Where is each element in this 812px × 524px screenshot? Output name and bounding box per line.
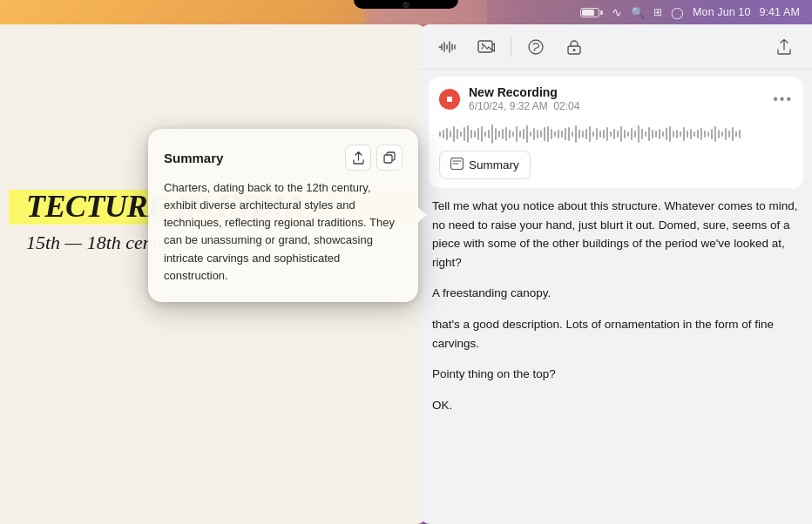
waveform-bar — [544, 127, 545, 141]
waveform-bar — [711, 129, 713, 139]
waveform-bar — [638, 125, 639, 143]
recording-title: New Recording — [469, 85, 764, 99]
waveform-bar — [453, 126, 455, 142]
waveform-bar — [676, 130, 678, 138]
waveform-bar — [732, 127, 734, 141]
waveform-bar — [467, 125, 469, 143]
waveform-bar — [725, 128, 727, 140]
waveform-bar — [519, 131, 521, 138]
waveform-bar — [620, 126, 622, 142]
summary-popup-title: Summary — [164, 151, 223, 165]
waveform-bar — [728, 131, 730, 138]
waveform-bar — [694, 131, 695, 137]
waveform-bar — [631, 128, 633, 140]
waveform-bar — [554, 131, 556, 137]
waveform-bar — [484, 131, 486, 137]
recording-stop-button[interactable] — [439, 89, 460, 110]
control-center-icon[interactable]: ⊞ — [653, 6, 662, 18]
waveform-bar — [704, 131, 706, 138]
menu-bar-right: ∿ 🔍 ⊞ ◯ Mon Jun 10 9:41 AM — [580, 5, 800, 19]
waveform-bar — [460, 131, 462, 137]
waveform-bar — [446, 128, 448, 140]
waveform-bar — [648, 127, 650, 141]
waveform-bar — [505, 127, 507, 141]
summary-button[interactable]: Summary — [439, 151, 531, 179]
lock-toolbar-btn[interactable] — [558, 31, 590, 63]
waveform-bar — [641, 129, 643, 139]
panel-toolbar — [420, 24, 812, 70]
waveform-bar — [450, 131, 451, 138]
waveform-bar — [575, 125, 577, 143]
waveform-bar — [690, 129, 692, 139]
transcript-paragraph-4: OK. — [432, 396, 800, 415]
summary-btn-icon — [450, 158, 464, 172]
svg-rect-7 — [447, 97, 452, 102]
recording-info: New Recording 6/10/24, 9:32 AM 02:04 — [469, 85, 764, 112]
waveform-bar — [673, 131, 674, 138]
waveform-bar — [596, 128, 598, 140]
waveform-toolbar-btn[interactable] — [432, 31, 464, 63]
waveform-bar — [624, 130, 626, 138]
summary-popup-header: Summary — [164, 144, 403, 171]
waveform-bar — [599, 131, 601, 138]
waveform-bar — [572, 131, 573, 137]
waveform-bar — [680, 131, 681, 137]
waveform-bar — [533, 128, 535, 140]
share-toolbar-btn[interactable] — [768, 31, 800, 63]
waveform-bar — [735, 131, 737, 137]
waveform-bar — [666, 128, 667, 140]
summary-copy-button[interactable] — [376, 144, 403, 171]
waveform-bar — [512, 131, 514, 137]
waveform-bar — [470, 130, 472, 138]
waveform-bar — [568, 127, 570, 141]
summary-share-button[interactable] — [345, 144, 371, 171]
waveform-bar — [488, 130, 490, 138]
waveform-bar — [523, 129, 524, 139]
recording-item: New Recording 6/10/24, 9:32 AM 02:04 ••• — [429, 77, 803, 188]
waveform-bar — [659, 129, 660, 139]
svg-point-3 — [529, 40, 543, 54]
waveform-bar — [491, 124, 493, 144]
waveform-bar — [526, 125, 528, 143]
svg-point-4 — [534, 49, 536, 50]
waveform-bar — [606, 127, 608, 141]
waveform-bar — [530, 131, 531, 137]
waveform-bar — [547, 126, 549, 142]
transcript-area[interactable]: Tell me what you notice about this struc… — [420, 188, 812, 524]
battery-icon — [580, 8, 603, 17]
waveform-bar — [697, 130, 699, 138]
camera-dot — [403, 2, 409, 8]
camera-notch — [354, 0, 458, 9]
transcript-paragraph-3: Pointy thing on the top? — [432, 365, 800, 384]
summary-btn-label: Summary — [469, 158, 519, 171]
siri-icon[interactable]: ◯ — [671, 6, 684, 19]
popup-tail — [416, 206, 427, 224]
waveform-bar — [495, 128, 497, 140]
waveform-bar — [439, 131, 441, 137]
waveform-bar — [592, 131, 594, 137]
voice-memos-panel: New Recording 6/10/24, 9:32 AM 02:04 ••• — [420, 24, 812, 524]
svg-point-2 — [482, 43, 484, 44]
link-toolbar-btn[interactable] — [520, 31, 551, 63]
waveform-bar — [645, 131, 646, 137]
search-icon[interactable]: 🔍 — [631, 6, 645, 19]
photo-toolbar-btn[interactable] — [470, 31, 502, 63]
transcript-paragraph-1: A freestanding canopy. — [432, 284, 800, 303]
waveform-bar — [498, 131, 500, 138]
waveform-bar — [721, 131, 723, 137]
waveform-bar — [582, 131, 584, 138]
waveform-bar — [537, 130, 538, 138]
wifi-icon: ∿ — [612, 5, 622, 19]
transcript-paragraph-2: that's a good description. Lots of ornam… — [432, 315, 800, 353]
recording-more-button[interactable]: ••• — [773, 91, 793, 107]
waveform-bar — [662, 131, 664, 137]
waveform-bar — [627, 131, 629, 137]
waveform-bar — [652, 130, 653, 138]
waveform-bar — [669, 126, 671, 142]
waveform-bar — [613, 129, 615, 139]
waveform-container — [429, 121, 803, 151]
waveform-bar — [617, 131, 619, 138]
waveform-bar — [558, 130, 559, 138]
svg-point-6 — [573, 49, 576, 51]
waveform-bar — [474, 131, 476, 138]
